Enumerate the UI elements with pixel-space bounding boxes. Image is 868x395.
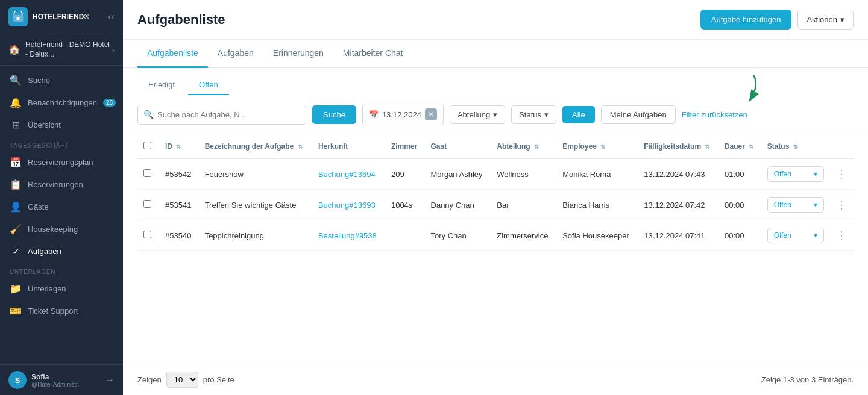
row-employee: Monika Roma [556, 159, 638, 190]
status-dropdown[interactable]: Status ▾ [511, 105, 556, 124]
filter-reset-button[interactable]: Filter zurücksetzen [682, 110, 747, 119]
status-dropdown-row[interactable]: Offen ▾ [767, 166, 824, 182]
sidebar-label-reservierungen: Reservierungen [28, 180, 83, 189]
row-herkunft[interactable]: Buchung#13694 [312, 159, 385, 190]
more-options-icon[interactable]: ⋮ [836, 229, 847, 241]
sort-status-icon[interactable]: ⇅ [793, 143, 798, 150]
show-label: Zeigen [137, 375, 162, 384]
actions-chevron-icon: ▾ [840, 15, 844, 24]
abteilung-label: Abteilung [458, 110, 490, 119]
sort-employee-icon[interactable]: ⇅ [600, 143, 605, 150]
abteilung-dropdown[interactable]: Abteilung ▾ [450, 105, 505, 124]
hotel-chevron-icon[interactable]: › [112, 45, 115, 55]
actions-button[interactable]: Aktionen ▾ [797, 10, 854, 30]
sidebar-item-housekeeping[interactable]: 🧹 Housekeeping [0, 218, 123, 240]
pagination: Zeigen 10 25 50 pro Seite Zeige 1-3 von … [123, 364, 868, 395]
status-value: Offen [774, 231, 791, 240]
check-icon: ✓ [10, 246, 22, 257]
housekeeping-icon: 🧹 [10, 223, 22, 235]
row-dauer: 01:00 [719, 159, 761, 190]
tasks-table: ID ⇅ Bezeichnung der Aufgabe ⇅ Herkunft … [137, 134, 854, 251]
date-value: 13.12.2024 [382, 110, 421, 119]
sidebar-footer: S Sofia @Hotel Administr. → [0, 364, 123, 395]
tab-offen[interactable]: Offen [188, 75, 229, 95]
row-bezeichnung: Feuershow [199, 159, 312, 190]
header-actions: Aufgabe hinzufügen Aktionen ▾ [700, 10, 854, 30]
row-more[interactable]: ⋮ [830, 159, 854, 190]
row-herkunft[interactable]: Buchung#13693 [312, 190, 385, 220]
search-button[interactable]: Suche [312, 105, 356, 124]
table-area: ID ⇅ Bezeichnung der Aufgabe ⇅ Herkunft … [123, 134, 868, 364]
row-more[interactable]: ⋮ [830, 220, 854, 251]
more-options-icon[interactable]: ⋮ [836, 199, 847, 211]
status-label: Status [519, 110, 541, 119]
user-role: @Hotel Administr. [31, 381, 100, 388]
sidebar-label-unterlagen: Unterlagen [28, 284, 66, 293]
sort-bezeichnung-icon[interactable]: ⇅ [298, 143, 303, 150]
col-bezeichnung: Bezeichnung der Aufgabe ⇅ [199, 134, 312, 159]
tab-erledigt[interactable]: Erledigt [137, 75, 186, 95]
sidebar-item-reservierungsplan[interactable]: 📅 Reservierungsplan [0, 151, 123, 173]
sidebar-item-uebersicht[interactable]: ⊞ Übersicht [0, 114, 123, 136]
table-row: #53540 Teppichreinigung Bestellung#9538 … [137, 220, 854, 251]
date-clear-button[interactable]: ✕ [425, 108, 437, 120]
sidebar-item-benachrichtigungen[interactable]: 🔔 Benachrichtigungen 28 [0, 92, 123, 114]
alle-button[interactable]: Alle [562, 106, 595, 123]
date-filter[interactable]: 📅 13.12.2024 ✕ [362, 104, 444, 125]
tab-mitarbeiter-chat[interactable]: Mitarbeiter Chat [333, 40, 413, 68]
sort-dauer-icon[interactable]: ⇅ [749, 143, 753, 150]
row-id: #53541 [159, 190, 199, 220]
meine-aufgaben-button[interactable]: Meine Aufgaben [601, 105, 676, 124]
select-all-checkbox[interactable] [143, 142, 151, 149]
add-task-button[interactable]: Aufgabe hinzufügen [700, 10, 792, 30]
col-faelligkeit: Fälligkeitsdatum ⇅ [638, 134, 719, 159]
row-status[interactable]: Offen ▾ [761, 220, 830, 251]
row-faelligkeit: 13.12.2024 07:41 [638, 220, 719, 251]
calendar-icon: 📅 [10, 157, 22, 168]
more-options-icon[interactable]: ⋮ [836, 168, 847, 180]
row-herkunft[interactable]: Bestellung#9538 [312, 220, 385, 251]
tab-aufgabenliste[interactable]: Aufgabenliste [137, 40, 208, 68]
status-dropdown-row[interactable]: Offen ▾ [767, 197, 824, 213]
logout-icon[interactable]: → [105, 375, 115, 385]
sidebar-item-gaeste[interactable]: 👤 Gäste [0, 196, 123, 218]
search-input[interactable] [137, 105, 306, 125]
status-chevron-icon: ▾ [814, 201, 817, 209]
tab-aufgaben[interactable]: Aufgaben [208, 40, 263, 68]
row-checkbox[interactable] [137, 220, 159, 251]
row-employee: Bianca Harris [556, 190, 638, 220]
row-abteilung: Bar [491, 190, 556, 220]
person-icon: 👤 [10, 201, 22, 213]
sidebar-collapse-icon[interactable]: ‹‹ [108, 11, 115, 22]
row-status[interactable]: Offen ▾ [761, 159, 830, 190]
sidebar-hotel[interactable]: 🏠 HotelFriend - DEMO Hotel - Delux... › [0, 34, 123, 66]
header: Aufgabenliste Aufgabe hinzufügen Aktione… [123, 0, 868, 40]
sidebar-item-aufgaben[interactable]: ✓ Aufgaben [0, 240, 123, 263]
sidebar-item-suche[interactable]: 🔍 Suche [0, 69, 123, 92]
svg-rect-1 [17, 17, 20, 20]
sort-abteilung-icon[interactable]: ⇅ [534, 143, 539, 150]
sort-faelligkeit-icon[interactable]: ⇅ [705, 143, 709, 150]
per-page-label: pro Seite [203, 375, 234, 384]
row-checkbox[interactable] [137, 159, 159, 190]
sidebar-item-ticket-support[interactable]: 🎫 Ticket Support [0, 300, 123, 322]
user-info: Sofia @Hotel Administr. [31, 373, 100, 388]
section-tagesgeschaeft: TAGESGESCHÄFT [0, 136, 123, 151]
section-unterlagen: UNTERLAGEN [0, 263, 123, 278]
row-gast: Morgan Ashley [425, 159, 491, 190]
row-checkbox[interactable] [137, 190, 159, 220]
row-zimmer: 209 [385, 159, 425, 190]
status-value: Offen [774, 201, 791, 209]
status-dropdown-row[interactable]: Offen ▾ [767, 228, 824, 243]
col-checkbox [137, 134, 159, 159]
per-page-select[interactable]: 10 25 50 [166, 372, 198, 388]
sort-id-icon[interactable]: ⇅ [176, 143, 181, 150]
tab-erinnerungen[interactable]: Erinnerungen [263, 40, 333, 68]
sidebar-item-reservierungen[interactable]: 📋 Reservierungen [0, 173, 123, 196]
row-status[interactable]: Offen ▾ [761, 190, 830, 220]
sidebar-item-unterlagen[interactable]: 📁 Unterlagen [0, 278, 123, 300]
row-more[interactable]: ⋮ [830, 190, 854, 220]
col-status: Status ⇅ [761, 134, 830, 159]
per-page: Zeigen 10 25 50 pro Seite [137, 372, 234, 388]
ticket-icon: 🎫 [10, 305, 22, 317]
